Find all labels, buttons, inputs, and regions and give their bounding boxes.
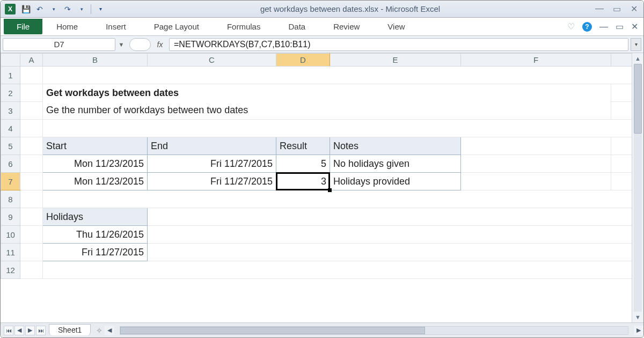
row-4: 4 [1, 120, 638, 137]
cancel-enter-area[interactable] [129, 38, 151, 51]
sheet-nav-buttons: ⏮ ◀ ▶ ⏭ [1, 326, 49, 335]
ribbon-minimize-icon[interactable]: ♡ [567, 21, 575, 32]
row-6: 6 Mon 11/23/2015 Fri 11/27/2015 5 No hol… [1, 155, 638, 173]
minimize-icon[interactable]: ― [594, 4, 605, 14]
scroll-down-icon[interactable]: ▼ [632, 312, 643, 322]
restore-icon[interactable]: ▭ [611, 4, 622, 14]
row-3: 3 Ge the number of workdays between two … [1, 102, 638, 120]
cell-title[interactable]: Get workdays between dates [43, 84, 611, 102]
col-header-E[interactable]: E [330, 54, 461, 67]
row-header-9[interactable]: 9 [1, 208, 20, 226]
tab-review[interactable]: Review [319, 18, 374, 35]
col-header-A[interactable]: A [20, 54, 43, 67]
cell-D7-value: 3 [321, 176, 326, 187]
tab-data[interactable]: Data [274, 18, 319, 35]
doc-restore-icon[interactable]: ▭ [616, 21, 624, 32]
horizontal-scrollbar[interactable] [120, 326, 628, 335]
row-header-11[interactable]: 11 [1, 244, 20, 261]
redo-dropdown-icon[interactable]: ▾ [76, 3, 87, 15]
sheet-table: A B C D E F 1 2 Get workdays between dat… [1, 53, 638, 279]
row-header-4[interactable]: 4 [1, 120, 20, 137]
formula-bar: fx =NETWORKDAYS(B7,C7,B10:B11) ▾ [129, 38, 641, 51]
app-name: Microsoft Excel [385, 4, 440, 13]
ribbon-tabs: File Home Insert Page Layout Formulas Da… [1, 18, 643, 36]
cell-E7[interactable]: Holidays provided [330, 173, 461, 190]
row-header-6[interactable]: 6 [1, 155, 20, 173]
tab-view[interactable]: View [374, 18, 419, 35]
close-icon[interactable]: ✕ [628, 4, 639, 14]
hscroll-right-icon[interactable]: ▶ [634, 326, 643, 335]
row-header-8[interactable]: 8 [1, 190, 20, 208]
vscroll-track[interactable] [634, 64, 642, 312]
select-all-corner[interactable] [1, 54, 20, 67]
row-header-3[interactable]: 3 [1, 102, 20, 120]
sheet-tab-sheet1[interactable]: Sheet1 [49, 324, 91, 335]
redo-icon[interactable]: ↷ [62, 3, 74, 15]
cell-C5[interactable]: End [148, 137, 276, 155]
col-header-B[interactable]: B [43, 54, 148, 67]
cell-E5[interactable]: Notes [330, 137, 461, 155]
row-header-2[interactable]: 2 [1, 84, 20, 102]
tab-page-layout[interactable]: Page Layout [140, 18, 213, 35]
formula-expand-icon[interactable]: ▾ [631, 38, 641, 51]
cell-D6[interactable]: 5 [276, 155, 330, 173]
vertical-scrollbar[interactable]: ▲ ▼ [632, 53, 643, 322]
hscroll-left-icon[interactable]: ◀ [105, 326, 114, 335]
cell-B9[interactable]: Holidays [43, 208, 148, 226]
cell-B5[interactable]: Start [43, 137, 148, 155]
cell-B11[interactable]: Fri 11/27/2015 [43, 244, 148, 261]
qat-separator [91, 4, 91, 14]
row-header-7[interactable]: 7 [1, 173, 20, 190]
doc-close-icon[interactable]: ✕ [631, 21, 638, 32]
col-header-D[interactable]: D [276, 54, 330, 67]
row-1: 1 [1, 67, 638, 84]
new-sheet-icon[interactable]: ✧ [94, 326, 105, 335]
save-icon[interactable]: 💾 [20, 3, 32, 15]
undo-icon[interactable]: ↶ [34, 3, 46, 15]
qat-customize-icon[interactable]: ▾ [94, 3, 106, 15]
undo-dropdown-icon[interactable]: ▾ [48, 3, 60, 15]
file-tab[interactable]: File [4, 19, 42, 34]
cell-C6[interactable]: Fri 11/27/2015 [148, 155, 276, 173]
row-header-10[interactable]: 10 [1, 226, 20, 244]
row-10: 10 Thu 11/26/2015 [1, 226, 638, 244]
tab-insert[interactable]: Insert [92, 18, 140, 35]
column-headers: A B C D E F [1, 54, 638, 67]
cell-E6[interactable]: No holidays given [330, 155, 461, 173]
row-header-12[interactable]: 12 [1, 261, 20, 279]
row-11: 11 Fri 11/27/2015 [1, 244, 638, 261]
cell-B10[interactable]: Thu 11/26/2015 [43, 226, 148, 244]
col-header-F[interactable]: F [461, 54, 611, 67]
name-box[interactable]: D7 [3, 38, 115, 51]
worksheet-grid[interactable]: A B C D E F 1 2 Get workdays between dat… [1, 53, 643, 322]
hscroll-thumb[interactable] [120, 327, 425, 334]
doc-minimize-icon[interactable]: ― [599, 22, 608, 32]
name-box-wrap: D7 ▼ [3, 38, 126, 51]
excel-logo-icon: X [5, 4, 16, 14]
cell-D5[interactable]: Result [276, 137, 330, 155]
sheet-tab-bar: ⏮ ◀ ▶ ⏭ Sheet1 ✧ ◀ ▶ [1, 322, 643, 337]
sheet-nav-first-icon[interactable]: ⏮ [4, 326, 13, 335]
cell-D7-selected[interactable]: 3 [276, 173, 330, 190]
quick-access-toolbar: 💾 ↶ ▾ ↷ ▾ ▾ [20, 3, 106, 15]
tab-home[interactable]: Home [42, 18, 92, 35]
fx-label-icon[interactable]: fx [153, 40, 167, 49]
row-header-5[interactable]: 5 [1, 137, 20, 155]
vscroll-thumb[interactable] [634, 64, 642, 134]
file-name: get workdays between dates.xlsx [260, 4, 378, 13]
row-12: 12 [1, 261, 638, 279]
cell-B6[interactable]: Mon 11/23/2015 [43, 155, 148, 173]
row-header-1[interactable]: 1 [1, 67, 20, 84]
name-box-dropdown-icon[interactable]: ▼ [116, 38, 126, 51]
cell-C7[interactable]: Fri 11/27/2015 [148, 173, 276, 190]
tab-formulas[interactable]: Formulas [213, 18, 275, 35]
help-icon[interactable]: ? [582, 22, 592, 32]
cell-B7[interactable]: Mon 11/23/2015 [43, 173, 148, 190]
col-header-C[interactable]: C [148, 54, 276, 67]
sheet-nav-prev-icon[interactable]: ◀ [14, 326, 24, 335]
scroll-up-icon[interactable]: ▲ [632, 53, 643, 64]
formula-input[interactable]: =NETWORKDAYS(B7,C7,B10:B11) [169, 38, 628, 51]
sheet-nav-last-icon[interactable]: ⏭ [36, 326, 46, 335]
sheet-nav-next-icon[interactable]: ▶ [25, 326, 35, 335]
cell-subtitle[interactable]: Ge the number of workdays between two da… [43, 102, 611, 120]
